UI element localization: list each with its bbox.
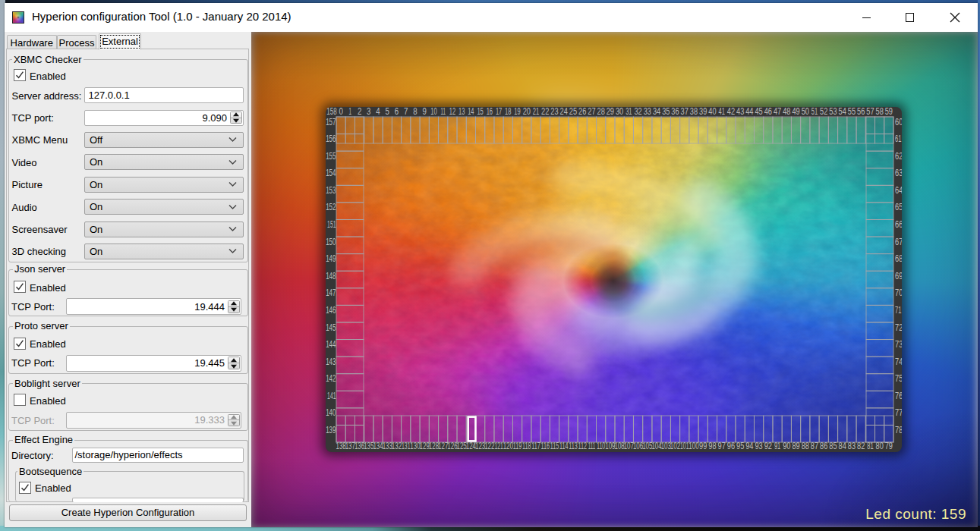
svg-text:88: 88 xyxy=(802,440,809,451)
svg-text:33: 33 xyxy=(644,107,651,117)
svg-text:16: 16 xyxy=(487,107,493,117)
svg-text:40: 40 xyxy=(708,107,716,117)
svg-text:43: 43 xyxy=(736,107,744,117)
svg-text:96: 96 xyxy=(727,440,735,451)
svg-text:18: 18 xyxy=(505,107,511,117)
svg-text:86: 86 xyxy=(820,440,827,451)
svg-text:61: 61 xyxy=(895,133,901,144)
svg-text:45: 45 xyxy=(755,107,762,117)
svg-text:71: 71 xyxy=(895,304,901,316)
svg-text:22: 22 xyxy=(541,107,549,117)
svg-text:111: 111 xyxy=(588,440,596,451)
svg-text:14: 14 xyxy=(468,107,474,117)
svg-text:72: 72 xyxy=(895,322,902,333)
svg-text:143: 143 xyxy=(326,356,336,367)
svg-text:121: 121 xyxy=(494,440,503,451)
svg-text:74: 74 xyxy=(895,356,902,367)
svg-text:116: 116 xyxy=(541,440,550,451)
svg-text:65: 65 xyxy=(895,201,902,212)
svg-text:46: 46 xyxy=(764,107,772,117)
svg-text:0: 0 xyxy=(339,107,342,117)
svg-text:89: 89 xyxy=(792,440,799,451)
svg-text:95: 95 xyxy=(736,440,744,451)
svg-text:21: 21 xyxy=(533,107,539,117)
svg-text:80: 80 xyxy=(876,440,884,451)
svg-text:141: 141 xyxy=(327,390,336,401)
svg-text:149: 149 xyxy=(326,253,336,264)
svg-text:67: 67 xyxy=(895,236,902,247)
svg-text:110: 110 xyxy=(597,440,605,451)
svg-text:60: 60 xyxy=(895,116,902,127)
svg-text:132: 132 xyxy=(392,440,402,451)
svg-text:24: 24 xyxy=(560,107,568,117)
svg-text:10: 10 xyxy=(430,107,436,117)
svg-text:101: 101 xyxy=(680,440,689,451)
svg-text:29: 29 xyxy=(607,107,614,117)
svg-text:54: 54 xyxy=(839,107,846,117)
svg-text:84: 84 xyxy=(839,440,846,451)
svg-text:58: 58 xyxy=(876,107,884,117)
svg-text:69: 69 xyxy=(895,270,902,281)
svg-text:4: 4 xyxy=(376,107,380,117)
svg-text:56: 56 xyxy=(857,107,865,117)
svg-text:44: 44 xyxy=(745,107,753,117)
svg-text:41: 41 xyxy=(718,107,724,117)
svg-text:102: 102 xyxy=(670,440,680,451)
svg-text:155: 155 xyxy=(326,150,336,162)
svg-text:142: 142 xyxy=(326,372,336,384)
svg-text:38: 38 xyxy=(690,107,698,117)
svg-text:57: 57 xyxy=(866,107,874,117)
svg-text:151: 151 xyxy=(327,218,336,230)
svg-text:8: 8 xyxy=(413,107,417,117)
svg-text:25: 25 xyxy=(569,107,577,117)
svg-text:37: 37 xyxy=(681,107,689,117)
svg-text:59: 59 xyxy=(885,107,893,117)
svg-text:140: 140 xyxy=(326,407,336,418)
svg-text:146: 146 xyxy=(326,304,336,316)
svg-text:113: 113 xyxy=(569,440,577,451)
svg-text:92: 92 xyxy=(764,440,772,451)
svg-text:55: 55 xyxy=(848,107,856,117)
svg-text:145: 145 xyxy=(326,322,336,333)
svg-text:5: 5 xyxy=(386,107,389,117)
svg-text:154: 154 xyxy=(326,167,336,178)
svg-text:79: 79 xyxy=(885,440,893,451)
svg-text:100: 100 xyxy=(689,440,698,451)
svg-text:90: 90 xyxy=(783,440,790,451)
svg-text:2: 2 xyxy=(358,107,361,117)
svg-text:30: 30 xyxy=(616,107,623,117)
svg-text:152: 152 xyxy=(326,201,336,212)
svg-text:13: 13 xyxy=(458,107,465,117)
svg-text:83: 83 xyxy=(848,440,856,451)
svg-text:26: 26 xyxy=(578,107,586,117)
svg-text:15: 15 xyxy=(477,107,483,117)
svg-text:3: 3 xyxy=(367,107,370,117)
svg-text:20: 20 xyxy=(523,107,531,117)
svg-text:17: 17 xyxy=(496,107,502,117)
svg-text:78: 78 xyxy=(895,424,902,435)
svg-text:94: 94 xyxy=(745,440,753,451)
svg-text:139: 139 xyxy=(326,424,336,435)
svg-text:11: 11 xyxy=(440,107,446,117)
svg-text:39: 39 xyxy=(699,107,707,117)
svg-text:99: 99 xyxy=(699,440,707,451)
svg-text:32: 32 xyxy=(634,107,641,117)
svg-text:98: 98 xyxy=(708,440,716,451)
svg-text:63: 63 xyxy=(895,167,902,178)
svg-text:153: 153 xyxy=(326,184,336,196)
svg-text:36: 36 xyxy=(671,107,679,117)
svg-text:150: 150 xyxy=(326,236,336,247)
svg-text:85: 85 xyxy=(829,440,837,451)
svg-text:7: 7 xyxy=(404,107,408,117)
svg-text:48: 48 xyxy=(783,107,790,117)
svg-text:1: 1 xyxy=(349,107,352,117)
svg-text:12: 12 xyxy=(449,107,455,117)
svg-text:81: 81 xyxy=(867,440,873,451)
svg-text:148: 148 xyxy=(326,270,336,281)
svg-text:47: 47 xyxy=(774,107,781,117)
svg-text:156: 156 xyxy=(326,133,336,144)
svg-text:68: 68 xyxy=(895,253,902,264)
svg-text:62: 62 xyxy=(895,150,902,162)
svg-text:66: 66 xyxy=(895,218,902,230)
svg-text:117: 117 xyxy=(531,440,540,451)
